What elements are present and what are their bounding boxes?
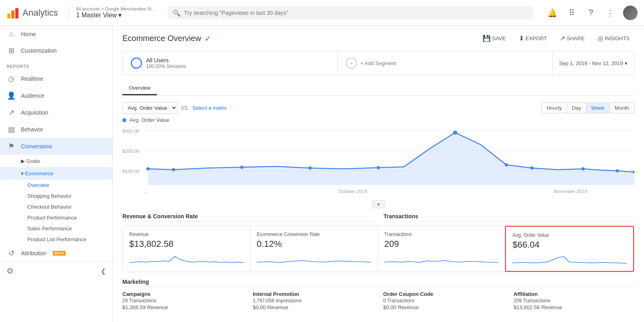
account-selector[interactable]: All accounts > Google Merchandise St... … (69, 6, 155, 19)
help-icon[interactable]: ? (584, 6, 597, 19)
metric-selector: Avg. Order Value VS. Select a metric (122, 102, 227, 114)
share-icon: ↗ (560, 35, 565, 42)
sidebar-item-customization[interactable]: ⊞ Customization (0, 42, 112, 59)
transactions-section-title: Transactions (384, 213, 634, 222)
more-options-icon[interactable]: ⋮ (604, 6, 617, 19)
select-metric-link[interactable]: Select a metric (192, 105, 227, 111)
segment-date-row: All Users 100.00% Sessions + + Add Segme… (122, 51, 634, 75)
campaigns-title: Campaigns (122, 291, 243, 297)
settings-icon[interactable]: ⚙ (6, 266, 14, 276)
realtime-icon: ◷ (6, 74, 16, 83)
chart-point (240, 166, 244, 169)
share-button[interactable]: ↗ SHARE (555, 32, 590, 45)
sidebar-item-checkout[interactable]: Checkout Behavior (0, 201, 112, 212)
topbar-actions: 🔔 ⠿ ? ⋮ (546, 6, 638, 20)
svg-rect-2 (15, 8, 19, 18)
campaigns-sub: 29 Transactions (122, 298, 243, 304)
sidebar-item-ecommerce[interactable]: ▾ Ecommerce (0, 167, 112, 180)
product-list-label: Product List Performance (27, 236, 87, 242)
search-input[interactable] (168, 6, 533, 19)
internal-promo-value: $0.00 Revenue (253, 304, 374, 310)
sidebar-item-audience[interactable]: 👤 Audience (0, 87, 112, 104)
notifications-icon[interactable]: 🔔 (546, 6, 559, 19)
metric-avg-order-value-text: $66.04 (512, 240, 627, 250)
sidebar-item-conversions[interactable]: ⚑ Conversions (0, 138, 112, 155)
sidebar-item-home[interactable]: ⌂ Home (0, 26, 112, 42)
analytics-logo-icon (6, 6, 19, 19)
metric-avg-order-label: Avg. Order Value (512, 232, 627, 238)
sidebar-collapse-icon[interactable]: ❮ (101, 267, 106, 275)
month-button[interactable]: Month (610, 103, 634, 113)
hourly-button[interactable]: Hourly (542, 103, 567, 113)
home-icon: ⌂ (6, 30, 16, 38)
segment-sub: 100.00% Sessions (146, 64, 186, 69)
attribution-label: Attribution (21, 250, 46, 256)
sidebar-item-sales-performance[interactable]: Sales Performance (0, 223, 112, 234)
metric-conversion-rate: Ecommerce Conversion Rate 0.12% (250, 226, 378, 272)
search-bar: 🔍 (168, 6, 533, 19)
legend-label: Avg. Order Value (130, 117, 169, 123)
metric-revenue: Revenue $13,802.58 (123, 226, 250, 272)
date-range-picker[interactable]: Sep 1, 2019 - Nov 12, 2019 ▾ (552, 51, 634, 75)
marketing-title: Marketing (122, 279, 634, 287)
save-button[interactable]: 💾 SAVE (478, 32, 511, 45)
search-icon: 🔍 (173, 9, 181, 16)
sidebar-item-product-performance[interactable]: Product Performance (0, 212, 112, 223)
avatar-image (623, 6, 638, 20)
chart-controls: Avg. Order Value VS. Select a metric Hou… (122, 102, 634, 114)
marketing-internal-promotion: Internal Promotion 1,787,058 Impressions… (253, 291, 374, 310)
checkout-label: Checkout Behavior (27, 204, 72, 210)
sidebar-label-realtime: Realtime (21, 76, 43, 82)
sidebar-item-behavior[interactable]: ▤ Behavior (0, 121, 112, 138)
internal-promo-sub: 1,787,058 Impressions (253, 298, 374, 304)
tab-overview[interactable]: Overview (122, 82, 157, 95)
sidebar-footer: ⚙ ❮ (0, 262, 112, 280)
account-view: 1 Master View ▾ (76, 11, 155, 19)
chart-peak-point (453, 131, 458, 135)
sidebar-item-product-list[interactable]: Product List Performance (0, 234, 112, 245)
sidebar-label-acquisition: Acquisition (21, 109, 48, 116)
add-segment-button[interactable]: + + Add Segment (338, 51, 552, 75)
metrics-grid: Revenue $13,802.58 Ecommerce Conversion … (122, 226, 634, 272)
date-range-label: Sep 1, 2019 - Nov 12, 2019 ▾ (559, 60, 627, 66)
sidebar-label-conversions: Conversions (21, 143, 52, 150)
marketing-section: Marketing Campaigns 29 Transactions $1,3… (122, 279, 634, 310)
sidebar-item-shopping[interactable]: Shopping Behavior (0, 191, 112, 201)
save-icon: 💾 (483, 35, 491, 42)
avatar[interactable] (623, 6, 638, 20)
chart-line (148, 133, 634, 172)
chart-legend: Avg. Order Value (122, 117, 634, 123)
marketing-campaigns: Campaigns 29 Transactions $1,306.59 Reve… (122, 291, 243, 310)
chart-point (146, 167, 149, 170)
day-button[interactable]: Day (567, 103, 586, 113)
svg-text:October 2019: October 2019 (339, 189, 367, 194)
metric-revenue-value: $13,802.58 (129, 239, 244, 249)
segment-all-users[interactable]: All Users 100.00% Sessions (123, 51, 338, 75)
chart-collapse-button[interactable]: ▾ (372, 200, 385, 208)
export-button[interactable]: ⬇ EXPORT (514, 32, 552, 45)
svg-text:$100.00: $100.00 (122, 169, 139, 174)
sidebar: ⌂ Home ⊞ Customization REPORTS ◷ Realtim… (0, 26, 113, 322)
sidebar-item-overview[interactable]: Overview (0, 180, 112, 191)
sidebar-item-attribution[interactable]: ↺ Attribution BETA (0, 245, 112, 262)
sidebar-item-realtime[interactable]: ◷ Realtime (0, 70, 112, 87)
metric-dropdown[interactable]: Avg. Order Value (122, 102, 178, 114)
app-title: Analytics (23, 8, 58, 18)
apps-icon[interactable]: ⠿ (565, 6, 578, 19)
behavior-icon: ▤ (6, 125, 16, 134)
vs-text: VS. (181, 105, 189, 111)
shopping-label: Shopping Behavior (27, 193, 72, 199)
svg-text:November 2019: November 2019 (554, 189, 587, 194)
product-perf-label: Product Performance (27, 215, 77, 221)
svg-text:$300.00: $300.00 (122, 129, 139, 133)
sidebar-item-acquisition[interactable]: ↗ Acquisition (0, 104, 112, 121)
metric-transactions: Transactions 209 (378, 226, 506, 272)
export-icon: ⬇ (519, 35, 524, 42)
affiliation-sub: 209 Transactions (514, 298, 634, 304)
sidebar-label-customization: Customization (21, 47, 57, 54)
goals-label: ▶ Goals (21, 158, 40, 164)
chart-area-fill (148, 133, 634, 185)
sidebar-item-goals[interactable]: ▶ Goals (0, 155, 112, 167)
week-button[interactable]: Week (586, 103, 610, 113)
insights-button[interactable]: ◎ INSIGHTS (593, 32, 634, 45)
